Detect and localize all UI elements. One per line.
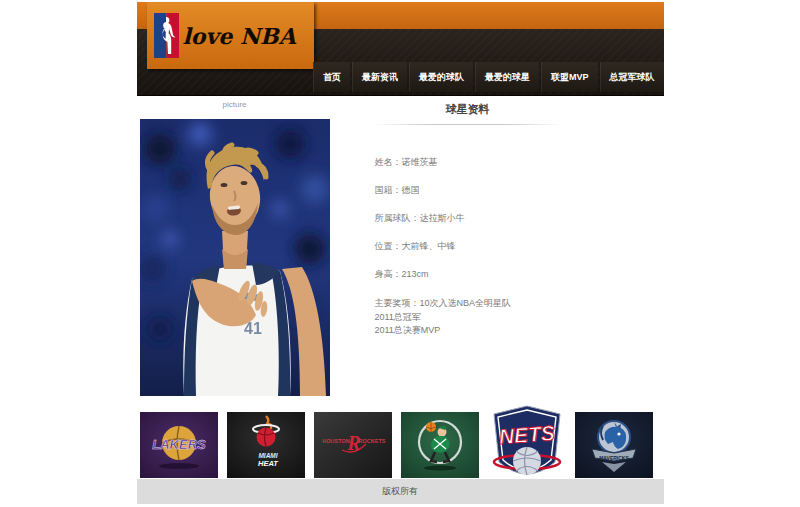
field-height-label: 身高： — [375, 269, 402, 279]
nets-wordmark: NETS — [498, 421, 555, 448]
field-nationality-label: 国籍： — [375, 185, 402, 195]
award-line-1: 主要奖项：10次入选NBA全明星队 — [375, 297, 575, 311]
site-footer: 版权所有 — [137, 479, 664, 504]
field-team-value: 达拉斯小牛 — [420, 213, 465, 223]
team-thumb-rockets[interactable]: HOUSTON R ROCKETS — [314, 412, 392, 478]
nav-item-fav-stars[interactable]: 最爱的球星 — [475, 62, 539, 92]
nav-item-league-mvp[interactable]: 联盟MVP — [541, 62, 598, 92]
nav-item-fav-teams[interactable]: 最爱的球队 — [409, 62, 473, 92]
field-name: 姓名：诺维茨基 — [375, 156, 575, 169]
profile-divider — [375, 124, 561, 125]
site-header: love NBA 首页 最新资讯 最爱的球队 最爱的球星 联盟MVP 总冠军球队 — [137, 2, 664, 96]
field-name-value: 诺维茨基 — [402, 157, 438, 167]
field-position-label: 位置： — [375, 241, 402, 251]
mavericks-wordmark: MAVERICKS — [599, 455, 629, 461]
award-line-2: 2011总冠军 — [375, 311, 575, 325]
field-position-value: 大前锋、中锋 — [402, 241, 456, 251]
team-thumb-lakers[interactable]: LAKERS — [140, 412, 218, 478]
nba-logo-icon — [154, 13, 179, 58]
profile-title: 球星资料 — [375, 102, 561, 117]
nav-item-champion-teams[interactable]: 总冠军球队 — [600, 62, 664, 92]
lakers-logo-icon: LAKERS — [140, 412, 218, 478]
field-nationality: 国籍：德国 — [375, 184, 575, 197]
site-logo[interactable]: love NBA — [147, 2, 314, 69]
main-nav: 首页 最新资讯 最爱的球队 最爱的球星 联盟MVP 总冠军球队 — [311, 62, 664, 92]
nav-item-home[interactable]: 首页 — [313, 62, 350, 92]
field-height-value: 213cm — [402, 269, 429, 279]
rockets-wordmark-city: HOUSTON — [322, 438, 349, 444]
heat-wordmark-name: HEAT — [258, 459, 279, 468]
celtics-logo-icon — [401, 412, 479, 478]
awards-block: 主要奖项：10次入选NBA全明星队 2011总冠军 2011总决赛MVP — [375, 297, 575, 338]
page-wrapper: love NBA 首页 最新资讯 最爱的球队 最爱的球星 联盟MVP 总冠军球队… — [137, 2, 664, 507]
team-thumb-nets[interactable]: NETS — [488, 412, 566, 478]
copyright-text: 版权所有 — [382, 486, 418, 496]
field-position: 位置：大前锋、中锋 — [375, 240, 575, 253]
award-line-3: 2011总决赛MVP — [375, 324, 575, 338]
rockets-wordmark-name: ROCKETS — [358, 438, 385, 444]
team-thumb-celtics[interactable] — [401, 412, 479, 478]
player-profile: 球星资料 姓名：诺维茨基 国籍：德国 所属球队：达拉斯小牛 位置：大前锋、中锋 … — [375, 102, 575, 338]
player-photo: 41 — [140, 119, 330, 396]
rockets-logo-icon: HOUSTON R ROCKETS — [314, 412, 392, 478]
site-logo-text: love NBA — [183, 23, 296, 49]
lakers-wordmark: LAKERS — [152, 437, 206, 452]
team-thumb-heat[interactable]: MIAMI HEAT — [227, 412, 305, 478]
mavericks-logo-icon: MAVERICKS — [575, 412, 653, 478]
field-team-label: 所属球队： — [375, 213, 420, 223]
team-logo-strip: LAKERS MIAMI HEAT HOUSTON — [137, 412, 664, 478]
field-name-label: 姓名： — [375, 157, 402, 167]
nets-logo-icon: NETS — [490, 404, 564, 488]
field-team: 所属球队：达拉斯小牛 — [375, 212, 575, 225]
field-nationality-value: 德国 — [402, 185, 420, 195]
main-content: picture — [137, 96, 664, 412]
heat-wordmark-city: MIAMI — [258, 452, 277, 459]
team-thumb-mavericks[interactable]: MAVERICKS — [575, 412, 653, 478]
heat-logo-icon: MIAMI HEAT — [227, 412, 305, 478]
field-height: 身高：213cm — [375, 268, 575, 281]
photo-caption: picture — [140, 100, 330, 109]
nav-item-news[interactable]: 最新资讯 — [352, 62, 407, 92]
